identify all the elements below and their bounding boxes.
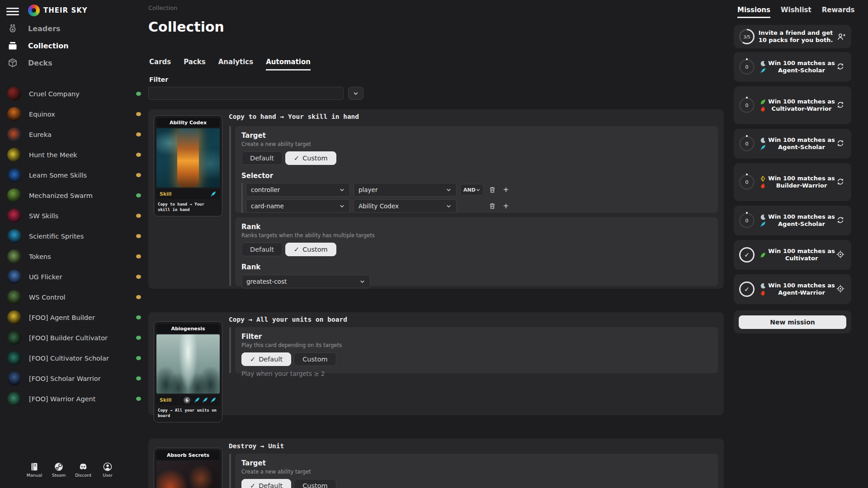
user-button[interactable]: User	[97, 462, 118, 478]
chevron-down-icon	[359, 279, 365, 285]
discord-button[interactable]: Discord	[72, 462, 94, 478]
deck-avatar	[7, 392, 21, 406]
deck-row[interactable]: Scientific Sprites	[0, 226, 148, 246]
filter-mode-segmented: ✓Default Custom	[241, 352, 712, 366]
card-preview-ability-codex[interactable]: Ability Codex Skill Copy to hand → Your …	[154, 115, 222, 216]
mission-text: Win 100 matches as Cultivator	[767, 248, 836, 263]
reroll-mission-button[interactable]	[836, 177, 846, 187]
mission-card[interactable]: 0 Win 100 matches as Agent-Scholar	[734, 129, 851, 159]
track-mission-button[interactable]	[836, 250, 846, 260]
quill-icon	[202, 397, 208, 404]
custom-button[interactable]: ✓Custom	[285, 243, 336, 256]
card-preview-abiogenesis[interactable]: Abiogenesis Skill 6 Copy → All your unit…	[154, 321, 222, 422]
invite-card[interactable]: 3/5 Invite a friend and get 10 packs for…	[734, 25, 851, 48]
deck-row[interactable]: [FOO] Scholar Warrior	[0, 368, 148, 389]
selector-field-dropdown[interactable]: controller	[246, 183, 350, 197]
card-description: Copy to hand → Your skill in hand	[156, 199, 220, 214]
mission-card[interactable]: ✓ Win 100 matches as Cultivator	[734, 240, 851, 270]
selector-value-dropdown[interactable]: player	[354, 183, 457, 197]
delete-selector-button[interactable]	[487, 185, 497, 195]
filter-input[interactable]	[148, 87, 344, 100]
selector-value-dropdown[interactable]: Ability Codex	[354, 199, 457, 213]
deck-row[interactable]: Equinox	[0, 104, 148, 124]
reroll-mission-button[interactable]	[836, 100, 846, 110]
refresh-icon	[836, 62, 845, 71]
mission-card[interactable]: 0 Win 100 matches as Builder-Warrior	[734, 163, 851, 201]
deck-row[interactable]: SW Skills	[0, 206, 148, 226]
default-button[interactable]: ✓Default	[241, 352, 291, 366]
tab-cards[interactable]: Cards	[149, 58, 171, 70]
filter-label: Filter	[149, 76, 168, 83]
default-button[interactable]: ✓Default	[241, 479, 291, 488]
deck-row[interactable]: [FOO] Cultivator Scholar	[0, 348, 148, 368]
archive-icon	[7, 40, 18, 51]
delete-selector-button[interactable]	[487, 201, 497, 211]
mission-text: Win 100 matches as Agent-Scholar	[767, 213, 836, 228]
deck-status-dot	[136, 275, 141, 279]
panel-subtitle: Create a new ability target	[241, 469, 712, 475]
reroll-mission-button[interactable]	[836, 62, 846, 72]
custom-button[interactable]: ✓Custom	[285, 151, 336, 165]
filter-expand-button[interactable]	[348, 87, 363, 100]
default-button[interactable]: Default	[241, 243, 283, 256]
tab-missions[interactable]: Missions	[737, 6, 770, 18]
deck-row[interactable]: [FOO] Warrior Agent	[0, 389, 148, 409]
brand[interactable]: THEIR SKY	[28, 5, 88, 16]
mission-card[interactable]: 0 Win 100 matches as Agent-Scholar	[734, 52, 851, 82]
panel-subtitle: Play this card depending on its targets	[241, 342, 712, 348]
track-mission-button[interactable]	[836, 284, 846, 294]
deck-row[interactable]: Cruel Company	[0, 84, 148, 104]
selector-field-dropdown[interactable]: card-name	[246, 199, 350, 213]
steam-button[interactable]: Steam	[48, 462, 70, 478]
tab-analytics[interactable]: Analytics	[218, 58, 253, 70]
menu-icon[interactable]	[6, 6, 19, 16]
cultivator-leaf-icon	[760, 99, 766, 105]
join-operator-dropdown[interactable]: AND	[460, 184, 484, 196]
custom-button[interactable]: Custom	[294, 352, 336, 366]
custom-button[interactable]: Custom	[294, 479, 336, 488]
person-plus-icon[interactable]	[837, 32, 846, 41]
mission-progress-ring: 0	[739, 136, 755, 151]
target-mode-segmented: ✓Default Custom	[241, 479, 712, 488]
sidebar-item-collection[interactable]: Collection	[0, 37, 148, 54]
deck-row[interactable]: [FOO] Agent Builder	[0, 307, 148, 328]
mission-card[interactable]: 0 Win 100 matches as Agent-Scholar	[734, 206, 851, 235]
deck-name: [FOO] Agent Builder	[29, 314, 136, 321]
scholar-quill-icon	[760, 221, 766, 228]
agent-moon-icon	[760, 60, 766, 67]
check-icon: ✓	[250, 482, 255, 488]
tab-wishlist[interactable]: Wishlist	[781, 6, 811, 18]
automation-section-ability-codex: Ability Codex Skill Copy to hand → Your …	[148, 109, 724, 289]
tab-rewards[interactable]: Rewards	[822, 6, 855, 18]
deck-name: Mechanized Swarm	[29, 192, 136, 199]
deck-avatar	[7, 168, 21, 182]
sidebar-item-decks[interactable]: Decks	[0, 54, 148, 71]
add-selector-button[interactable]: +	[501, 185, 511, 195]
reroll-mission-button[interactable]	[836, 216, 846, 225]
check-icon: ✓	[294, 246, 299, 253]
rank-dropdown[interactable]: greatest-cost	[241, 275, 370, 288]
tab-packs[interactable]: Packs	[184, 58, 206, 70]
deck-row[interactable]: Hunt the Meek	[0, 145, 148, 165]
add-selector-button[interactable]: +	[501, 201, 511, 211]
panel-subtitle: Ranks targets when the ability has multi…	[241, 232, 712, 239]
deck-row[interactable]: Learn Some Skills	[0, 165, 148, 185]
reroll-mission-button[interactable]	[836, 139, 846, 149]
manual-button[interactable]: Manual	[24, 462, 45, 478]
mission-card[interactable]: 0 Win 100 matches as Cultivator-Warrior	[734, 86, 851, 124]
default-button[interactable]: Default	[241, 151, 283, 165]
deck-row[interactable]: Mechanized Swarm	[0, 185, 148, 206]
card-preview-absorb-secrets[interactable]: Absorb Secrets	[154, 448, 222, 488]
deck-row[interactable]: Eureka	[0, 124, 148, 145]
automation-section-absorb-secrets: Absorb Secrets Destroy → Unit Target Cre…	[148, 439, 724, 488]
target-mode-segmented: Default ✓Custom	[241, 151, 712, 165]
cost-badge: 6	[184, 397, 190, 404]
new-mission-button[interactable]: New mission	[739, 315, 846, 329]
deck-row[interactable]: [FOO] Builder Cultivator	[0, 328, 148, 348]
mission-card[interactable]: ✓ Win 100 matches as Agent-Warrior	[734, 274, 851, 304]
deck-row[interactable]: WS Control	[0, 287, 148, 307]
deck-row[interactable]: UG Flicker	[0, 267, 148, 287]
tab-automation[interactable]: Automation	[266, 58, 311, 70]
sidebar-item-leaders[interactable]: Leaders	[0, 20, 148, 37]
deck-row[interactable]: Tokens	[0, 246, 148, 267]
